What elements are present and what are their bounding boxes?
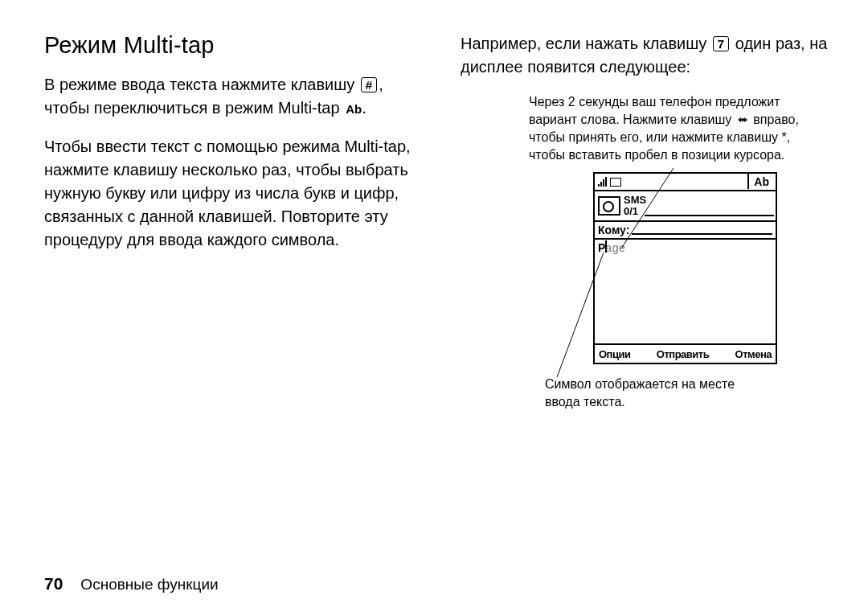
screen-status-bar: Ab	[595, 174, 776, 191]
paragraph-2: Чтобы ввести текст с помощью режима Mult…	[44, 135, 422, 252]
softkey-center: Отправить	[657, 348, 709, 360]
paragraph-1: В режиме ввода текста нажмите клавишу #,…	[44, 73, 422, 121]
typed-char: P	[598, 241, 605, 254]
text-cursor-icon	[605, 240, 607, 253]
callout-top: Через 2 секунды ваш телефон предложит ва…	[529, 93, 828, 164]
signal-icon	[598, 177, 607, 187]
footer-section-label: Основные функции	[80, 576, 218, 593]
callout-bottom: Символ отображается на месте ввода текст…	[545, 376, 754, 411]
p1-text-c: .	[362, 99, 366, 117]
seven-key-icon: 7	[713, 36, 729, 51]
softkey-left: Опции	[599, 348, 630, 360]
screen-to-row: Кому:	[595, 222, 776, 240]
phone-screen: Ab SMS 0/1 Кому:	[593, 172, 777, 364]
screen-input-row: Page	[595, 240, 776, 256]
hash-key-icon: #	[361, 77, 377, 92]
sms-count: 0/1	[624, 206, 646, 217]
p1-text-a: В режиме ввода текста нажмите клавишу	[44, 76, 359, 93]
page-number: 70	[44, 574, 63, 593]
battery-icon	[610, 178, 621, 187]
phone-diagram: Ab SMS 0/1 Кому:	[529, 172, 828, 411]
camera-icon	[598, 196, 620, 216]
paragraph-right: Например, если нажать клавишу 7 один раз…	[461, 32, 828, 79]
mode-indicator-inline: Ab	[346, 102, 362, 116]
section-title: Режим Multi-tap	[44, 32, 422, 59]
to-label: Кому:	[598, 224, 629, 236]
sms-underline	[645, 215, 774, 216]
screen-softkey-bar: Опции Отправить Отмена	[595, 343, 776, 363]
ghost-suggestion: age	[605, 241, 625, 254]
softkey-right: Отмена	[735, 348, 772, 360]
nav-key-icon	[737, 114, 748, 125]
screen-body-empty	[595, 254, 776, 345]
input-mode-indicator: Ab	[747, 174, 772, 189]
pr-text-a: Например, если нажать клавишу	[461, 35, 711, 52]
page-footer: 70 Основные функции	[44, 574, 219, 593]
to-underline	[632, 225, 772, 235]
screen-sms-row: SMS 0/1	[595, 191, 776, 222]
sms-label: SMS	[624, 195, 646, 206]
